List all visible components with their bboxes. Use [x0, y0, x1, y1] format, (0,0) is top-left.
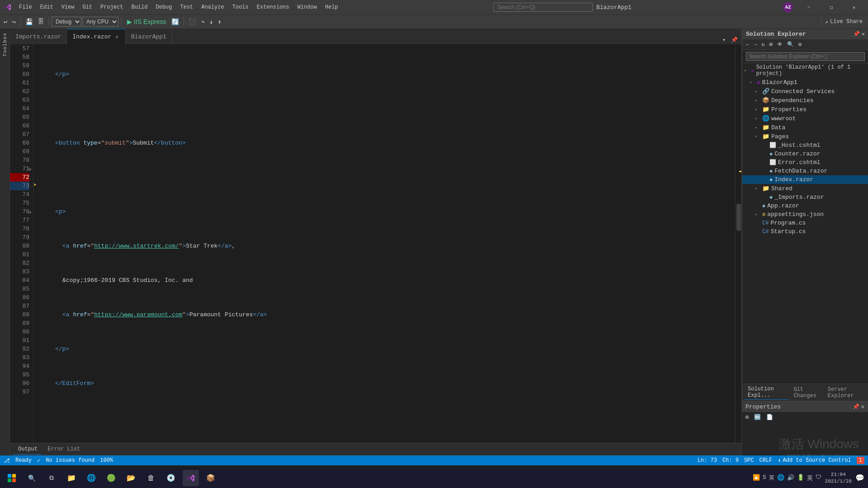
- tree-shared[interactable]: ▾ 📁 Shared: [742, 184, 868, 193]
- ime-icon[interactable]: 英: [807, 474, 813, 482]
- tree-blazorapp1[interactable]: ▾ ◉ BlazorApp1: [742, 78, 868, 87]
- pp-close-button[interactable]: ✕: [861, 404, 864, 410]
- toolbar-breakpoints[interactable]: ⬛: [187, 17, 198, 27]
- se-tab-git-changes[interactable]: Git Changes: [790, 385, 823, 400]
- tree-wwwroot[interactable]: ▸ 🌐 wwwroot: [742, 114, 868, 123]
- tree-error-cshtml[interactable]: ⬜ Error.cshtml: [742, 158, 868, 167]
- se-settings-btn[interactable]: ⚙: [797, 40, 803, 49]
- code-editor[interactable]: </p> <button type="submit">Submit</butto…: [33, 44, 741, 443]
- se-filter-btn[interactable]: 🔍: [785, 40, 796, 49]
- files-button[interactable]: 📂: [123, 470, 139, 486]
- se-properties-btn[interactable]: ⊞: [768, 40, 774, 49]
- minimize-button[interactable]: −: [798, 0, 819, 14]
- tab-blazorapp1[interactable]: BlazorApp1: [126, 29, 172, 44]
- menu-view[interactable]: View: [58, 2, 78, 12]
- tree-startup-cs[interactable]: C# Startup.cs: [742, 227, 868, 236]
- menu-edit[interactable]: Edit: [37, 2, 57, 12]
- toolbar-stepout[interactable]: ↟: [216, 17, 223, 27]
- toolbar-stepover[interactable]: ↷: [199, 17, 206, 27]
- global-search-input[interactable]: [493, 3, 593, 12]
- toolbar-stepinto[interactable]: ↡: [208, 17, 215, 27]
- tree-host-cshtml[interactable]: ⬜ _Host.cshtml: [742, 141, 868, 150]
- menu-window[interactable]: Window: [294, 2, 321, 12]
- se-search-input[interactable]: [746, 52, 865, 61]
- tree-data[interactable]: ▸ 📁 Data: [742, 123, 868, 132]
- tree-program-cs[interactable]: C# Program.cs: [742, 219, 868, 227]
- build-config-dropdown[interactable]: Debug: [52, 17, 81, 27]
- menu-analyze[interactable]: Analyze: [198, 2, 227, 12]
- menu-file[interactable]: File: [15, 2, 36, 12]
- up-arrow-icon[interactable]: 🔼: [753, 474, 760, 482]
- disk-button[interactable]: 💿: [163, 470, 179, 486]
- se-tab-solution-expl[interactable]: Solution Expl...: [744, 385, 789, 400]
- tree-properties[interactable]: ▸ 📁 Properties: [742, 105, 868, 114]
- pp-sort-cat-btn[interactable]: ⊞: [744, 413, 750, 422]
- close-button[interactable]: ✕: [844, 0, 864, 14]
- status-add-source-control[interactable]: ⬆ Add to Source Control: [778, 457, 851, 464]
- toolbar-undo[interactable]: ↩: [2, 17, 9, 27]
- tree-dependencies[interactable]: ▸ 📦 Dependencies: [742, 96, 868, 105]
- menu-debug[interactable]: Debug: [152, 2, 175, 12]
- tab-index-razor-close[interactable]: ✕: [114, 33, 120, 40]
- volume-icon[interactable]: 🔊: [787, 474, 794, 482]
- tree-solution[interactable]: ▾ ◈ Solution 'BlazorApp1' (1 of 1 projec…: [742, 63, 868, 78]
- menu-tools[interactable]: Tools: [229, 2, 252, 12]
- tab-imports-razor[interactable]: Imports.razor: [10, 29, 67, 44]
- battery-icon[interactable]: 🔋: [797, 474, 804, 482]
- terminal-button[interactable]: 📦: [203, 470, 219, 486]
- status-zoom[interactable]: 100%: [100, 457, 113, 464]
- se-refresh-btn[interactable]: ↻: [760, 40, 766, 49]
- se-close-button[interactable]: ✕: [862, 31, 865, 38]
- menu-git[interactable]: Git: [79, 2, 96, 12]
- se-forward-btn[interactable]: →: [752, 41, 759, 49]
- trash-button[interactable]: 🗑: [143, 470, 159, 486]
- output-tab[interactable]: Output: [14, 444, 42, 455]
- lang-icon[interactable]: 英: [769, 474, 774, 482]
- search-taskbar-button[interactable]: 🔍: [24, 470, 40, 486]
- se-back-btn[interactable]: ←: [744, 41, 751, 49]
- se-pin-button[interactable]: 📌: [853, 31, 860, 38]
- pp-pin-button[interactable]: 📌: [853, 404, 859, 410]
- toolbar-refresh[interactable]: 🔄: [170, 17, 181, 27]
- se-tab-server-explorer[interactable]: Server Explorer: [824, 385, 867, 400]
- scrollbar-thumb[interactable]: [736, 204, 741, 231]
- pp-property-pages-btn[interactable]: 📄: [764, 413, 775, 422]
- se-show-all-btn[interactable]: 👁: [775, 40, 784, 49]
- notification-button[interactable]: 💬: [855, 474, 864, 483]
- tree-counter-razor[interactable]: ◈ Counter.razor: [742, 150, 868, 158]
- tree-fetchdata-razor[interactable]: ◈ FetchData.razor: [742, 167, 868, 175]
- tree-index-razor[interactable]: ◈ Index.razor: [742, 175, 868, 184]
- network-icon[interactable]: 🌐: [777, 474, 784, 482]
- tree-imports-razor[interactable]: ◈ _Imports.razor: [742, 193, 868, 202]
- tree-appsettings[interactable]: ▸ ⚙ appsettings.json: [742, 210, 868, 219]
- status-notification-icon[interactable]: 1: [857, 457, 864, 464]
- menu-test[interactable]: Test: [177, 2, 197, 12]
- user-avatar[interactable]: AZ: [783, 2, 793, 12]
- tab-index-razor[interactable]: Index.razor ✕: [67, 29, 125, 44]
- code-container[interactable]: 57 58 59 60 61 62 63 64 65 66 67 68 69 7…: [10, 44, 741, 443]
- menu-extensions[interactable]: Extensions: [253, 2, 293, 12]
- menu-help[interactable]: Help: [321, 2, 342, 12]
- tree-connected-services[interactable]: ▸ 🔗 Connected Services: [742, 87, 868, 96]
- live-share-button[interactable]: ↗ Live Share: [821, 18, 866, 26]
- platform-dropdown[interactable]: Any CPU: [82, 17, 118, 27]
- editor-scrollbar[interactable]: [735, 44, 741, 443]
- clock[interactable]: 21:04 2021/1/28: [825, 471, 852, 485]
- restore-button[interactable]: ◻: [821, 0, 842, 14]
- vs-taskbar-button[interactable]: [183, 470, 199, 486]
- toolbar-saveall[interactable]: 🗄: [36, 17, 46, 26]
- tree-pages[interactable]: ▾ 📁 Pages: [742, 132, 868, 141]
- browser1-button[interactable]: 🌐: [83, 470, 99, 486]
- keyboard-icon[interactable]: S: [763, 474, 766, 482]
- antivirus-icon[interactable]: 🛡: [816, 474, 821, 482]
- task-view-button[interactable]: ⧉: [43, 470, 60, 486]
- explorer-button[interactable]: 📁: [63, 470, 80, 486]
- tab-list-button[interactable]: ▾: [721, 36, 727, 44]
- browser2-button[interactable]: 🟢: [103, 470, 119, 486]
- menu-build[interactable]: Build: [127, 2, 151, 12]
- tree-app-razor[interactable]: ◈ App.razor: [742, 202, 868, 210]
- pp-sort-alpha-btn[interactable]: 🔤: [752, 413, 763, 422]
- toolbar-redo[interactable]: ↪: [10, 17, 17, 27]
- toolbox[interactable]: Toolbox: [0, 29, 10, 455]
- pin-tab-button[interactable]: 📌: [729, 36, 740, 44]
